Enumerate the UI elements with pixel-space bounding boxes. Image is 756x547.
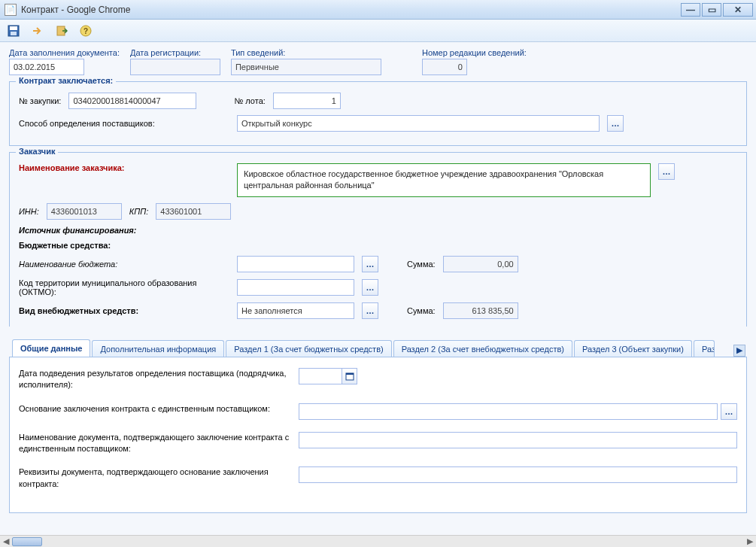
scroll-left-icon[interactable]: ◀ [0, 536, 12, 548]
extrabudget-kind-label: Вид внебюджетных средств: [19, 306, 229, 315]
customer-group-title: Заказчик [16, 147, 58, 156]
extrabudget-sum-input [443, 302, 518, 319]
kpp-label: КПП: [129, 207, 148, 216]
purchase-no-input[interactable] [68, 93, 196, 109]
doc-date-input[interactable] [9, 59, 84, 75]
inn-label: ИНН: [19, 207, 39, 216]
result-date-text[interactable] [299, 369, 342, 384]
calendar-icon[interactable] [342, 369, 357, 384]
tab-additional[interactable]: Дополнительная информация [92, 340, 224, 357]
svg-rect-2 [11, 32, 17, 35]
lot-no-input[interactable] [273, 93, 341, 109]
titlebar: Контракт - Google Chrome — ▭ ✕ [0, 0, 756, 20]
budget-name-picker[interactable]: … [362, 256, 378, 272]
scrollbar-thumb[interactable] [12, 537, 42, 546]
contract-group: Контракт заключается: № закупки: № лота:… [9, 81, 747, 146]
toolbar: ? [0, 20, 756, 42]
result-date-label: Дата подведения результатов определения … [19, 368, 290, 391]
budget-sum-label: Сумма: [407, 260, 436, 269]
revision-input [422, 59, 467, 75]
single-supplier-basis-label: Основание заключения контракта с единств… [19, 403, 290, 415]
extrabudget-sum-label: Сумма: [407, 306, 436, 315]
customer-name-input[interactable]: Кировское областное государственное бюдж… [237, 163, 651, 197]
info-type-input [231, 59, 381, 75]
tab-section2[interactable]: Раздел 2 (За счет внебюджетных средств) [393, 340, 572, 357]
info-type-label: Тип сведений: [231, 48, 381, 57]
lot-no-label: № лота: [234, 96, 265, 105]
doc-req-label: Реквизиты документа, подтверждающего осн… [19, 466, 290, 490]
oktmo-picker[interactable]: … [362, 279, 378, 296]
tab-section3[interactable]: Раздел 3 (Объект закупки) [574, 340, 692, 357]
oktmo-input[interactable] [237, 279, 354, 296]
doc-name-input[interactable] [299, 432, 737, 448]
customer-name-label: Наименование заказчика: [19, 163, 229, 172]
purchase-no-label: № закупки: [19, 96, 61, 105]
tabs-bar: Общие данные Дополнительная информация Р… [9, 339, 747, 357]
export-icon[interactable] [53, 22, 71, 40]
horizontal-scrollbar[interactable]: ◀ ▶ [0, 535, 756, 547]
minimize-button[interactable]: — [681, 3, 700, 17]
app-window: Контракт - Google Chrome — ▭ ✕ ? Дата за… [0, 0, 756, 547]
tabs-scroll-right-icon[interactable]: ▶ [733, 345, 745, 357]
reg-date-label: Дата регистрации: [130, 48, 220, 57]
extrabudget-kind-input[interactable] [237, 302, 354, 319]
app-icon [5, 4, 17, 16]
help-icon[interactable]: ? [77, 22, 95, 40]
single-supplier-basis-input[interactable] [299, 403, 718, 420]
content-area: Дата заполнения документа: Дата регистра… [0, 42, 756, 547]
contract-group-title: Контракт заключается: [16, 76, 116, 85]
supplier-method-label: Способ определения поставщиков: [19, 119, 229, 128]
svg-text:?: ? [83, 27, 88, 35]
maximize-button[interactable]: ▭ [702, 3, 721, 17]
header-row: Дата заполнения документа: Дата регистра… [9, 48, 747, 75]
kpp-input [156, 203, 231, 220]
svg-rect-1 [10, 26, 17, 30]
tab-section1[interactable]: Раздел 1 (За счет бюджетных средств) [226, 340, 391, 357]
budget-name-input[interactable] [237, 256, 354, 272]
supplier-method-picker[interactable]: … [607, 115, 624, 132]
revision-label: Номер редакции сведений: [422, 48, 527, 57]
close-button[interactable]: ✕ [723, 3, 753, 17]
budget-funds-label: Бюджетные средства: [19, 241, 111, 250]
doc-req-input[interactable] [299, 466, 737, 483]
doc-name-label: Наименование документа, подтверждающего … [19, 432, 290, 455]
next-icon[interactable] [29, 22, 47, 40]
single-supplier-basis-picker[interactable]: … [721, 403, 737, 420]
supplier-method-input[interactable] [237, 115, 600, 132]
reg-date-input [130, 59, 220, 75]
inn-input [47, 203, 122, 220]
tab-general[interactable]: Общие данные [12, 339, 90, 357]
customer-group: Заказчик Наименование заказчика: Кировск… [9, 152, 747, 327]
result-date-input[interactable] [299, 368, 357, 384]
window-title: Контракт - Google Chrome [21, 5, 130, 15]
tab-section4-cut[interactable]: Раз [694, 340, 715, 357]
doc-date-label: Дата заполнения документа: [9, 48, 120, 57]
oktmo-label: Код территории муниципального образовани… [19, 278, 229, 296]
svg-rect-7 [346, 373, 354, 375]
save-icon[interactable] [5, 22, 23, 40]
customer-name-picker[interactable]: … [658, 163, 675, 180]
extrabudget-kind-picker[interactable]: … [362, 302, 378, 319]
tab-body-general: Дата подведения результатов определения … [9, 357, 747, 513]
budget-name-label: Наименование бюджета: [19, 260, 229, 269]
funding-source-label: Источник финансирования: [19, 226, 137, 235]
scroll-right-icon[interactable]: ▶ [744, 536, 756, 548]
budget-sum-input [443, 256, 518, 272]
